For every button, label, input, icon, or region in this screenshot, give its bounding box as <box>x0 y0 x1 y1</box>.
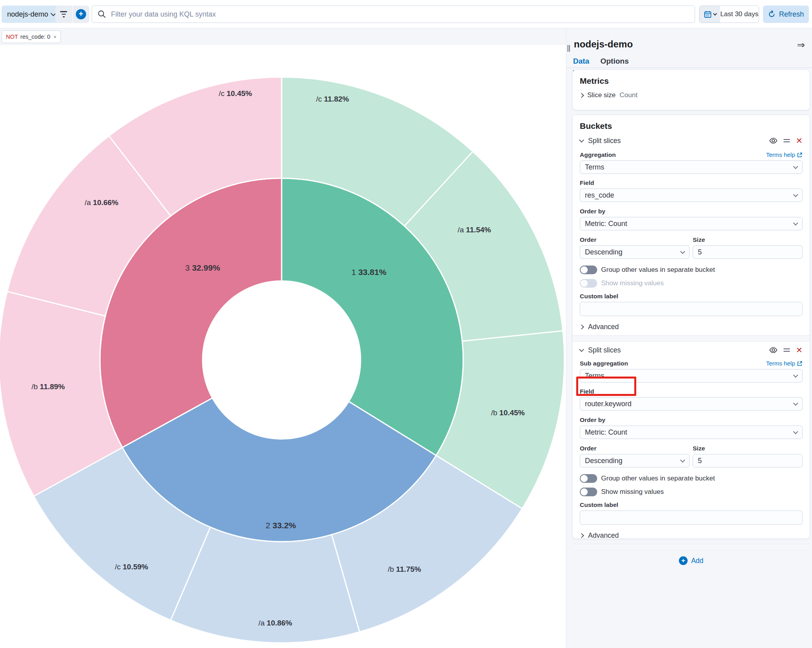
panel-title: nodejs-demo <box>574 39 633 50</box>
add-query-button[interactable]: + <box>72 6 90 23</box>
chevron-down-icon <box>680 458 685 463</box>
collapse-panel-icon[interactable]: ⇒ <box>797 40 805 50</box>
kibana-visualize-editor: nodejs-demo + <box>0 0 812 648</box>
refresh-button[interactable]: Refresh <box>763 6 809 23</box>
custom-label-row: Custom label <box>573 293 810 316</box>
drag-handle-icon[interactable] <box>783 347 790 353</box>
tabs-divider <box>566 68 812 68</box>
sub-aggregation-row: Sub aggregation Terms help Terms <box>573 360 810 382</box>
search-icon <box>98 10 106 19</box>
terms-help-link[interactable]: Terms help <box>766 360 803 367</box>
size-input[interactable] <box>693 454 803 467</box>
orderby-label: Order by <box>580 208 605 215</box>
slice-label-2: 2 33.2% <box>265 521 296 530</box>
chevron-down-icon[interactable] <box>579 138 584 143</box>
order-select[interactable]: Descending <box>580 245 690 259</box>
time-picker: Last 30 days <box>699 6 759 23</box>
group-other-toggle[interactable] <box>580 474 597 483</box>
chevron-down-icon[interactable] <box>579 347 584 352</box>
chevron-right-icon <box>579 324 584 330</box>
slice-label-2-/a: /a 10.86% <box>258 619 292 627</box>
query-toolbar: nodejs-demo + <box>0 0 812 28</box>
chevron-down-icon <box>793 220 798 226</box>
sub-aggregation-select[interactable]: Terms <box>580 369 803 382</box>
metric-row-value: Count <box>620 91 637 99</box>
custom-label-input[interactable] <box>580 510 803 525</box>
chevron-down-icon <box>793 401 798 406</box>
refresh-label: Refresh <box>779 10 804 19</box>
data-source-selector[interactable]: nodejs-demo <box>2 6 61 23</box>
order-select[interactable]: Descending <box>580 454 690 467</box>
field-label: Field <box>580 179 594 186</box>
metric-row-label: Slice size <box>587 91 616 99</box>
buckets-title: Buckets <box>573 115 810 131</box>
slice-label-3: 3 32.99% <box>185 263 220 272</box>
orderby-select[interactable]: Metric: Count <box>580 426 803 439</box>
chevron-down-icon <box>793 164 798 169</box>
panel-resize-handle[interactable] <box>568 45 571 52</box>
tab-options[interactable]: Options <box>600 57 629 72</box>
external-link-icon <box>797 361 803 366</box>
group-other-toggle-row-2: Group other values in separate bucket <box>573 474 810 483</box>
chevron-down-icon <box>793 429 798 434</box>
chevron-down-icon <box>793 373 798 378</box>
time-range-button[interactable]: Last 30 days <box>720 6 759 23</box>
slice-label-2-/b: /b 11.75% <box>388 565 421 573</box>
filter-negate-label: NOT <box>6 34 18 40</box>
order-size-row: Order Descending Size <box>573 236 810 259</box>
orderby-row: Order by Metric: Count <box>573 208 810 230</box>
terms-help-link[interactable]: Terms help <box>766 151 803 158</box>
field-row-2: Field router.keyword <box>573 388 810 411</box>
eye-icon[interactable] <box>769 136 778 145</box>
slice-label-3-/b: /b 11.89% <box>32 382 65 391</box>
add-bucket-button[interactable]: + Add <box>573 550 810 565</box>
aggregation-label: Aggregation <box>580 151 616 158</box>
buckets-card: Buckets Split slices ✕ <box>573 115 810 539</box>
field-select-router-keyword[interactable]: router.keyword <box>580 397 803 411</box>
refresh-icon <box>768 10 776 18</box>
split-slices-label[interactable]: Split slices <box>588 346 621 354</box>
custom-label-label: Custom label <box>580 293 618 300</box>
filter-icon <box>60 11 67 17</box>
drag-handle-icon[interactable] <box>783 138 790 143</box>
slice-label-1: 1 33.81% <box>351 267 387 277</box>
slice-size-accordion[interactable]: Slice size Count <box>573 86 810 99</box>
section-divider <box>573 544 810 550</box>
filter-text: res_code: 0 <box>21 34 51 40</box>
split-slices-label[interactable]: Split slices <box>588 137 621 145</box>
size-input[interactable] <box>693 245 803 259</box>
field-label: Field <box>580 388 594 395</box>
add-filter-button[interactable] <box>55 6 72 23</box>
kql-search-input[interactable] <box>111 10 689 19</box>
advanced-accordion-2[interactable]: Advanced <box>573 531 810 540</box>
remove-filter-icon[interactable]: × <box>53 34 56 40</box>
orderby-label: Order by <box>580 416 605 423</box>
plus-circle-icon: + <box>76 9 86 19</box>
chevron-down-icon <box>680 249 685 254</box>
delete-bucket-icon[interactable]: ✕ <box>796 137 803 145</box>
custom-label-row-2: Custom label <box>573 501 810 525</box>
delete-bucket-icon[interactable]: ✕ <box>796 346 803 354</box>
eye-icon[interactable] <box>769 346 778 354</box>
group-other-toggle-row: Group other values in separate bucket <box>573 266 810 274</box>
slice-label-1-/b: /b 10.45% <box>491 409 525 417</box>
show-missing-toggle[interactable] <box>580 279 597 288</box>
order-size-row-2: Order Descending Size <box>573 445 810 467</box>
filter-pill-not-res-code[interactable]: NOT res_code: 0 × <box>2 30 61 43</box>
orderby-select[interactable]: Metric: Count <box>580 217 803 230</box>
slice-label-1-/c: /c 11.82% <box>316 95 349 103</box>
show-missing-toggle-row-2: Show missing values <box>573 488 810 496</box>
advanced-accordion-1[interactable]: Advanced <box>573 323 810 331</box>
custom-label-input[interactable] <box>580 302 803 316</box>
section-divider <box>573 335 810 342</box>
field-select[interactable]: res_code <box>580 188 803 202</box>
slice-label-2-/c: /c 10.59% <box>115 563 148 571</box>
kql-search-bar[interactable] <box>92 6 695 23</box>
date-picker-button[interactable] <box>699 6 720 23</box>
aggregation-select[interactable]: Terms <box>580 160 803 174</box>
group-other-toggle[interactable] <box>580 266 597 274</box>
orderby-row-2: Order by Metric: Count <box>573 416 810 439</box>
editor-tabs: Data Options <box>573 57 629 72</box>
show-missing-toggle[interactable] <box>580 488 597 496</box>
tab-data[interactable]: Data <box>573 57 589 72</box>
